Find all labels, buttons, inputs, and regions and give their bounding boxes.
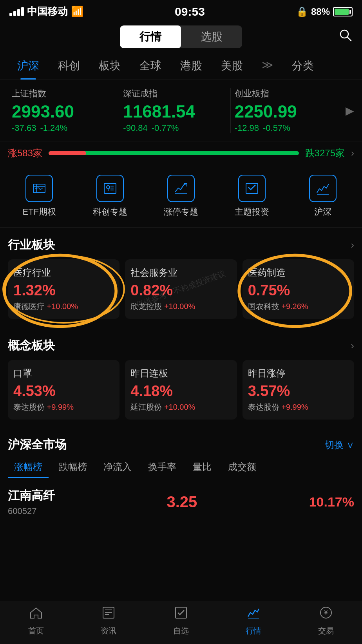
tab-stock-pick[interactable]: 选股: [181, 25, 242, 48]
signal-bars: [9, 7, 24, 16]
main-container: 中国移动 📶 09:53 🔒 88% 行情 选股: [0, 0, 362, 573]
nav-tab-husheng[interactable]: 沪深: [8, 52, 49, 80]
svg-line-7: [40, 188, 43, 190]
svg-rect-23: [176, 607, 186, 618]
svg-line-1: [347, 37, 351, 41]
breadth-fill: [49, 151, 86, 155]
industry-block-shehui[interactable]: 仅供参考，不构成投资建议 社会服务业 0.82% 欣龙控股 +10.00%: [125, 259, 237, 319]
concept-section-header: 概念板块 ›: [0, 328, 362, 360]
indices-arrow[interactable]: ▶: [342, 104, 354, 117]
industry-arrow[interactable]: ›: [351, 239, 354, 251]
trade-icon: ¥: [319, 606, 333, 623]
zhangtting-icon: [167, 175, 195, 202]
block-leader-1: 欣龙控股 +10.00%: [130, 301, 231, 312]
concept-name-1: 昨日连板: [130, 367, 231, 380]
nav-label-news: 资讯: [101, 626, 116, 636]
concept-block-mask[interactable]: 口罩 4.53% 泰达股份 +9.99%: [8, 360, 119, 420]
lock-icon: 🔒: [296, 6, 308, 17]
hushen-icon: [309, 175, 337, 202]
quick-label-zhangtting: 涨停专题: [164, 206, 198, 218]
index-name-0: 上证指数: [12, 88, 115, 99]
status-bar: 中国移动 📶 09:53 🔒 88%: [0, 0, 362, 22]
market-icon: [246, 606, 261, 623]
signal-bar-3: [17, 9, 20, 16]
block-leader-2: 国农科技 +9.26%: [248, 301, 349, 312]
header-tabs: 行情 选股: [120, 25, 242, 48]
stock-change-0: 10.17%: [309, 494, 354, 510]
signal-bar-1: [9, 13, 12, 16]
switch-button[interactable]: 切换 ∨: [325, 439, 354, 451]
block-name-2: 医药制造: [248, 266, 349, 279]
nav-item-news[interactable]: 资讯: [72, 606, 145, 636]
breadth-more-arrow[interactable]: ›: [351, 148, 354, 159]
status-right: 🔒 88%: [296, 6, 353, 17]
quick-menu: ETF期权 科创专题: [0, 165, 362, 228]
index-name-1: 深证成指: [123, 88, 226, 99]
industry-blocks: 医疗行业 1.32% 康德医疗 +10.00% 仅供参考，不构成投资建议 社会服…: [0, 259, 362, 328]
concept-arrow[interactable]: ›: [351, 340, 354, 352]
breadth-bar: 涨583家 跌3275家 ›: [0, 141, 362, 165]
quick-item-hushen[interactable]: 沪深: [287, 175, 358, 218]
nav-tabs: 沪深 科创 板块 全球 港股 美股 ≫ 分类: [0, 52, 362, 80]
search-button[interactable]: [338, 28, 353, 46]
market-tab-up[interactable]: 涨幅榜: [8, 457, 49, 478]
index-value-0: 2993.60: [12, 102, 115, 121]
concept-block-zhangtting[interactable]: 昨日涨停 3.57% 泰达股份 +9.99%: [243, 360, 354, 420]
index-change-0: -37.63-1.24%: [12, 123, 115, 133]
tab-market[interactable]: 行情: [120, 25, 181, 48]
quick-item-zhangtinng[interactable]: 涨停专题: [146, 175, 217, 218]
battery-pct: 88%: [311, 6, 330, 17]
nav-tab-meig[interactable]: 美股: [212, 52, 252, 80]
quick-item-etf[interactable]: ETF期权: [4, 175, 75, 218]
nav-tab-global[interactable]: 全球: [130, 52, 171, 80]
block-pct-2: 0.75%: [248, 282, 349, 299]
battery-tip: [349, 10, 351, 14]
nav-item-home[interactable]: 首页: [0, 606, 72, 636]
nav-item-trade[interactable]: ¥ 交易: [290, 606, 362, 636]
quick-item-kechuang[interactable]: 科创专题: [75, 175, 146, 218]
nav-label-watchlist: 自选: [173, 626, 189, 636]
nav-tab-bankuai[interactable]: 板块: [89, 52, 130, 80]
quick-label-zhuti: 主题投资: [235, 206, 269, 218]
nav-item-market[interactable]: 行情: [217, 606, 290, 636]
svg-rect-8: [104, 183, 116, 194]
nav-tab-gangu[interactable]: 港股: [171, 52, 212, 80]
index-value-1: 11681.54: [123, 102, 226, 121]
market-tab-turnover[interactable]: 换手率: [142, 457, 183, 478]
market-tab-amount[interactable]: 成交额: [222, 457, 262, 478]
quick-label-etf: ETF期权: [23, 206, 56, 218]
nav-tab-other[interactable]: ≫: [252, 52, 282, 80]
indices-section: 上证指数 2993.60 -37.63-1.24% 深证成指 11681.54 …: [0, 80, 362, 141]
index-shenzhen[interactable]: 深证成指 11681.54 -90.84-0.77%: [119, 88, 230, 133]
index-chuangye[interactable]: 创业板指 2250.99 -12.98-0.57%: [230, 88, 342, 133]
signal-bar-4: [21, 7, 24, 16]
index-shangzheng[interactable]: 上证指数 2993.60 -37.63-1.24%: [8, 88, 119, 133]
market-tabs: 涨幅榜 跌幅榜 净流入 换手率 量比 成交额: [0, 457, 362, 478]
industry-block-yiliao[interactable]: 医疗行业 1.32% 康德医疗 +10.00%: [8, 259, 119, 319]
concept-leader-0: 泰达股份 +9.99%: [13, 402, 114, 412]
stock-row-0[interactable]: 江南高纤 600527 3.25 10.17%: [0, 478, 362, 526]
nav-tab-kechuang[interactable]: 科创: [49, 52, 89, 80]
nav-tab-classify[interactable]: 分类: [282, 52, 323, 80]
industry-title: 行业板块: [8, 237, 55, 253]
concept-pct-2: 3.57%: [248, 383, 349, 400]
signal-bar-2: [13, 11, 16, 16]
market-list-section: 沪深全市场 切换 ∨ 涨幅榜 跌幅榜 净流入 换手率 量比 成交额 江南高纤 6…: [0, 429, 362, 526]
concept-block-lianban[interactable]: 昨日连板 4.18% 延江股份 +10.00%: [125, 360, 237, 420]
market-tab-down[interactable]: 跌幅榜: [52, 457, 93, 478]
block-leader-0: 康德医疗 +10.00%: [13, 301, 114, 312]
stock-price-0: 3.25: [167, 493, 197, 511]
concept-title: 概念板块: [8, 338, 55, 354]
market-tab-inflow[interactable]: 净流入: [97, 457, 138, 478]
etf-icon: [25, 175, 53, 202]
stock-left-0: 江南高纤 600527: [8, 488, 55, 516]
block-pct-1: 0.82%: [130, 282, 231, 299]
nav-item-watchlist[interactable]: 自选: [145, 606, 217, 636]
quick-item-zhuti[interactable]: 主题投资: [216, 175, 287, 218]
battery-fill: [335, 9, 349, 15]
news-icon: [101, 606, 116, 623]
concept-leader-2: 泰达股份 +9.99%: [248, 402, 349, 412]
breadth-track: [49, 151, 299, 155]
market-tab-volume[interactable]: 量比: [186, 457, 218, 478]
industry-block-yiyao[interactable]: 医药制造 0.75% 国农科技 +9.26%: [243, 259, 354, 319]
